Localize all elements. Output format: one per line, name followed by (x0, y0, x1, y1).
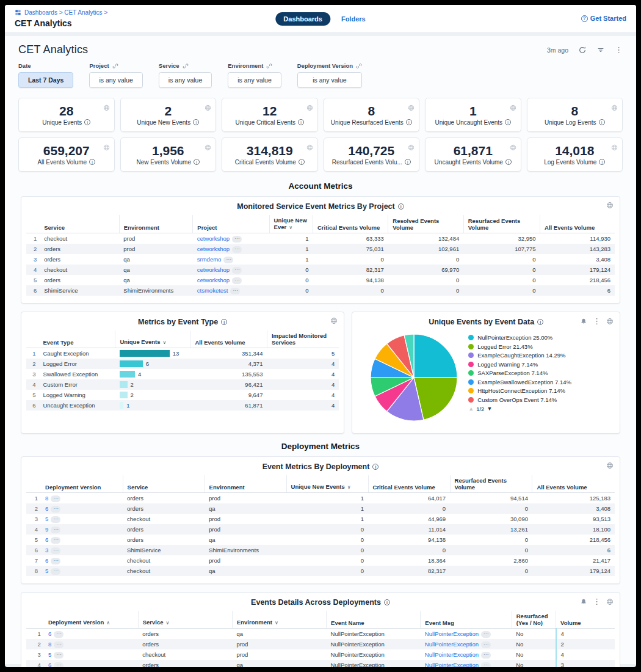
more-pill[interactable] (232, 267, 242, 274)
cell-link[interactable]: 3 (45, 547, 48, 553)
pie-slice[interactable] (414, 334, 457, 378)
more-pill[interactable] (232, 236, 242, 243)
tab-folders[interactable]: Folders (341, 15, 366, 23)
column-header[interactable]: Event Type (38, 331, 115, 348)
panel-menu-icon[interactable] (593, 317, 601, 325)
tab-dashboards[interactable]: Dashboards (275, 12, 330, 26)
filter-value-project[interactable]: is any value (89, 72, 142, 88)
more-pill[interactable] (51, 495, 60, 502)
row-number: 8 (26, 566, 41, 576)
column-header[interactable]: Unique New Events∨ (286, 475, 368, 493)
column-header[interactable]: Event Msg (421, 611, 512, 629)
cell-link[interactable]: srmdemo (197, 256, 222, 263)
refresh-icon[interactable] (578, 46, 587, 54)
more-pill[interactable] (51, 537, 60, 544)
bell-icon[interactable] (580, 598, 587, 605)
cell: 0 (286, 524, 368, 535)
more-pill[interactable] (54, 641, 63, 648)
filter-value-deployment-version[interactable]: is any value (297, 72, 362, 88)
column-header[interactable]: Resurfaced (Yes / No) (512, 611, 556, 629)
link-icon[interactable] (112, 62, 118, 69)
cell-link[interactable]: ctsmoketest (197, 287, 228, 294)
more-pill[interactable] (481, 631, 491, 638)
more-pill[interactable] (54, 631, 63, 638)
cell-link[interactable]: NullPointerException (425, 662, 479, 667)
more-pill[interactable] (223, 257, 233, 263)
column-header[interactable]: Event Name (327, 611, 421, 629)
cell-link[interactable]: 9 (45, 526, 48, 533)
filter-value-date[interactable]: Last 7 Days (18, 72, 73, 88)
metric-value: 12 (263, 104, 277, 118)
panel-menu-icon[interactable] (593, 597, 601, 605)
more-pill[interactable] (51, 516, 60, 523)
more-pill[interactable] (51, 506, 60, 513)
column-header[interactable]: Critical Events Volume (313, 215, 388, 233)
cell-link[interactable]: NullPointerException (425, 630, 479, 637)
breadcrumb-text[interactable]: Dashboards > CET Analytics > (24, 9, 107, 16)
filter-value-service[interactable]: is any value (159, 72, 212, 88)
legend-page-up-icon[interactable]: ▲ (468, 406, 474, 412)
more-pill[interactable] (54, 662, 63, 667)
column-header[interactable]: Service∨ (138, 611, 232, 629)
column-header[interactable]: Resurfaced Events Volume (463, 215, 540, 233)
column-label: Environment (209, 484, 245, 491)
cell-link[interactable]: NullPointerException (425, 641, 479, 648)
cell-link[interactable]: 8 (45, 495, 48, 502)
sort-desc-icon: ∨ (165, 620, 169, 626)
metric-label-row: Unique Log Events (545, 119, 605, 126)
filter-value-environment[interactable]: is any value (228, 72, 281, 88)
column-header[interactable]: Environment (119, 215, 193, 233)
more-pill[interactable] (54, 652, 63, 659)
dashboard-menu-icon[interactable] (615, 46, 623, 54)
column-header[interactable]: Environment∨ (232, 611, 326, 629)
filter-icon[interactable] (596, 46, 605, 54)
column-header[interactable]: Service (123, 475, 205, 493)
cell-link[interactable]: 5 (48, 651, 51, 658)
get-started-link[interactable]: ? Get Started (581, 15, 626, 22)
bell-icon[interactable] (580, 318, 587, 325)
more-pill[interactable] (481, 652, 491, 659)
more-pill[interactable] (232, 246, 242, 253)
column-header[interactable]: Deployment Version∧ (44, 611, 138, 629)
cell-link[interactable]: cetworkshop (197, 277, 230, 283)
more-pill[interactable] (481, 662, 491, 667)
cell-link[interactable]: 6 (45, 536, 48, 543)
link-icon[interactable] (266, 62, 272, 69)
cell: 3,408 (540, 254, 615, 265)
column-header[interactable]: Impacted Monitored Services (267, 331, 339, 348)
column-header[interactable]: Environment (205, 475, 286, 493)
more-pill[interactable] (51, 547, 60, 554)
column-header[interactable]: Resolved Events Volume (388, 215, 463, 233)
more-pill[interactable] (51, 527, 60, 533)
link-icon[interactable] (356, 62, 362, 69)
cell-link[interactable]: 6 (48, 662, 51, 667)
more-pill[interactable] (232, 277, 242, 284)
more-pill[interactable] (51, 558, 60, 564)
cell-link[interactable]: 6 (48, 630, 51, 637)
cell-link[interactable]: 5 (45, 568, 48, 574)
column-header[interactable]: All Events Volume (540, 215, 615, 233)
column-header[interactable]: Service (40, 215, 119, 233)
cell-link[interactable]: cetworkshop (197, 235, 230, 242)
column-header[interactable]: All Events Volume (190, 331, 267, 348)
more-pill[interactable] (51, 568, 60, 575)
column-header[interactable]: Volume (556, 611, 615, 629)
column-header[interactable]: Unique New Ever∨ (269, 215, 313, 233)
column-header[interactable]: Project (193, 215, 269, 233)
more-pill[interactable] (230, 288, 240, 294)
cell-link[interactable]: NullPointerException (425, 651, 479, 658)
cell-link[interactable]: 5 (45, 516, 48, 522)
cell-link[interactable]: 8 (48, 641, 51, 648)
link-icon[interactable] (183, 62, 189, 69)
column-header[interactable]: Critical Events Volume (368, 475, 450, 493)
legend-page-down-icon[interactable]: ▼ (487, 406, 492, 412)
cell-link[interactable]: cetworkshop (197, 266, 230, 273)
column-header[interactable]: Resurfaced Events Volume (450, 475, 532, 493)
column-header[interactable]: Deployment Version (41, 475, 123, 493)
column-header[interactable]: All Events Volume (532, 475, 615, 493)
cell-link[interactable]: 6 (45, 557, 48, 564)
cell-link[interactable]: 6 (45, 505, 48, 512)
cell-link[interactable]: cetworkshop (197, 246, 230, 252)
column-header[interactable]: Unique Events∨ (115, 331, 190, 348)
more-pill[interactable] (481, 641, 491, 648)
